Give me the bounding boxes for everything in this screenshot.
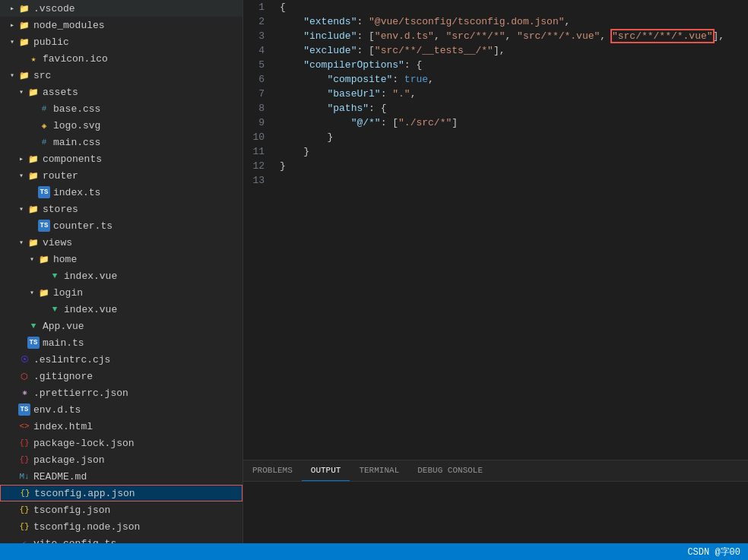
sidebar-item-label: src [33, 70, 51, 81]
token-punctuation: } [303, 146, 309, 157]
sidebar-item-base.css[interactable]: #base.css [0, 100, 242, 117]
token-boolean: true [404, 74, 428, 85]
code-line [280, 173, 736, 188]
token-punctuation: , [565, 16, 571, 27]
sidebar-item-index.html[interactable]: <>index.html [0, 418, 242, 435]
sidebar-item-label: node_modules [33, 20, 105, 31]
sidebar-item-components[interactable]: ▸📁components [0, 150, 242, 167]
chevron-icon: ▾ [26, 286, 38, 299]
token-punctuation: ] [452, 117, 458, 128]
sidebar-item-App.vue[interactable]: ▼App.vue [0, 318, 242, 334]
sidebar-item-assets[interactable]: ▾📁assets [0, 84, 242, 100]
sidebar-item-home[interactable]: ▾📁home [0, 251, 242, 267]
css-icon: # [38, 103, 50, 115]
sidebar-item-label: base.css [53, 103, 100, 115]
code-lines: { "extends": "@vue/tsconfig/tsconfig.dom… [274, 0, 748, 460]
folder-icon: 📁 [27, 86, 40, 98]
sidebar-item-vite.config.ts[interactable]: ⚡vite.config.ts [0, 535, 242, 543]
token-punctuation: : [357, 30, 369, 42]
sidebar-item-src[interactable]: ▾📁src [0, 67, 242, 84]
sidebar-item-home-index.vue[interactable]: ▼index.vue [0, 267, 242, 284]
html-icon: <> [18, 420, 30, 432]
line-number: 7 [243, 87, 265, 101]
panel-tab-problems[interactable]: PROBLEMS [243, 460, 302, 481]
line-number: 8 [243, 101, 265, 115]
sidebar-item-label: .vscode [33, 3, 75, 14]
token-punctuation: : [381, 88, 393, 100]
token-key: "@/*" [351, 117, 381, 128]
sidebar-item-router[interactable]: ▾📁router [0, 167, 242, 184]
token-punctuation: ], [493, 45, 506, 56]
sidebar-item-label: .gitignore [33, 371, 93, 382]
sidebar-item-.prettierrc.json[interactable]: ⁕.prettierrc.json [0, 384, 242, 401]
code-line: "baseUrl": ".", [280, 87, 736, 101]
vue-icon: ▼ [49, 270, 61, 282]
editor-area: 12345678910111213 { "extends": "@vue/tsc… [243, 0, 748, 543]
code-line: { [280, 0, 736, 14]
line-number: 5 [243, 58, 265, 72]
sidebar-item-.gitignore[interactable]: ⬡.gitignore [0, 368, 242, 384]
token-punctuation: [ [369, 30, 375, 42]
sidebar-item-main.css[interactable]: #main.css [0, 134, 242, 150]
token-punctuation: } [280, 160, 286, 172]
sidebar-item-label: tsconfig.node.json [33, 521, 140, 533]
token-punctuation: } [327, 131, 333, 143]
sidebar-item-login-index.vue[interactable]: ▼index.vue [0, 301, 242, 318]
sidebar-item-index.ts[interactable]: TSindex.ts [0, 184, 242, 201]
sidebar-item-label: env.d.ts [33, 404, 81, 416]
sidebar-item-tsconfig.node.json[interactable]: {}tsconfig.node.json [0, 518, 242, 535]
chevron-icon: ▾ [15, 169, 27, 182]
sidebar-item-label: favicon.ico [43, 53, 108, 65]
sidebar-item-label: README.md [33, 471, 87, 482]
folder-icon: 📁 [27, 236, 40, 248]
token-punctuation: [ [369, 45, 375, 56]
token-key: "paths" [327, 103, 369, 114]
line-number: 4 [243, 43, 265, 58]
sidebar-item-README.md[interactable]: M↓README.md [0, 468, 242, 485]
sidebar-item-login[interactable]: ▾📁login [0, 284, 242, 301]
chevron-icon: ▾ [26, 253, 38, 265]
sidebar-item-package.json[interactable]: {}package.json [0, 451, 242, 468]
code-line: "exclude": ["src/**/__tests__/*"], [280, 43, 736, 58]
sidebar-item-views[interactable]: ▾📁views [0, 234, 242, 251]
folder-icon: 📁 [18, 69, 30, 81]
code-line: "@/*": ["./src/*"] [280, 115, 736, 130]
sidebar-item-counter.ts[interactable]: TScounter.ts [0, 217, 242, 234]
vue-icon: ▼ [49, 303, 61, 315]
gitignore-icon: ⬡ [18, 370, 30, 382]
panel-tab-debug-console[interactable]: DEBUG CONSOLE [408, 460, 492, 481]
chevron-icon: ▾ [15, 236, 27, 248]
sidebar-item-package-lock.json[interactable]: {}package-lock.json [0, 435, 242, 451]
chevron-icon: ▾ [6, 36, 18, 48]
sidebar-item-node_modules[interactable]: ▸📁node_modules [0, 17, 242, 33]
token-punctuation: [ [392, 117, 398, 128]
sidebar-item-stores[interactable]: ▾📁stores [0, 201, 242, 217]
chevron-icon: ▾ [15, 203, 27, 215]
token-punctuation [280, 146, 303, 157]
sidebar-item-logo.svg[interactable]: ◈logo.svg [0, 117, 242, 134]
sidebar-item-.eslintrc.cjs[interactable]: ⦿.eslintrc.cjs [0, 351, 242, 368]
status-bar: CSDN @字00 [0, 543, 748, 560]
line-number: 13 [243, 173, 265, 188]
sidebar-item-public[interactable]: ▾📁public [0, 33, 242, 50]
token-punctuation [280, 117, 351, 128]
line-number: 10 [243, 130, 265, 144]
token-punctuation: : [357, 45, 369, 56]
sidebar-item-favicon[interactable]: ★favicon.ico [0, 50, 242, 67]
panel-tab-terminal[interactable]: TERMINAL [350, 460, 408, 481]
chevron-icon: ▸ [15, 153, 27, 165]
line-numbers: 12345678910111213 [243, 0, 274, 460]
panel-tab-output[interactable]: OUTPUT [302, 460, 350, 481]
sidebar-item-main.ts[interactable]: TSmain.ts [0, 334, 242, 351]
line-number: 12 [243, 159, 265, 173]
code-line: } [280, 130, 736, 144]
sidebar-item-vscode[interactable]: ▸📁.vscode [0, 0, 242, 17]
token-punctuation [280, 88, 327, 100]
code-line: "paths": { [280, 101, 736, 115]
sidebar-item-tsconfig.json[interactable]: {}tsconfig.json [0, 501, 242, 518]
sidebar-item-env.d.ts[interactable]: TSenv.d.ts [0, 401, 242, 418]
sidebar-item-tsconfig.app.json[interactable]: {}tsconfig.app.json [0, 485, 242, 501]
token-key: "extends" [303, 16, 357, 27]
vite-icon: ⚡ [18, 537, 30, 543]
token-punctuation [280, 30, 303, 42]
